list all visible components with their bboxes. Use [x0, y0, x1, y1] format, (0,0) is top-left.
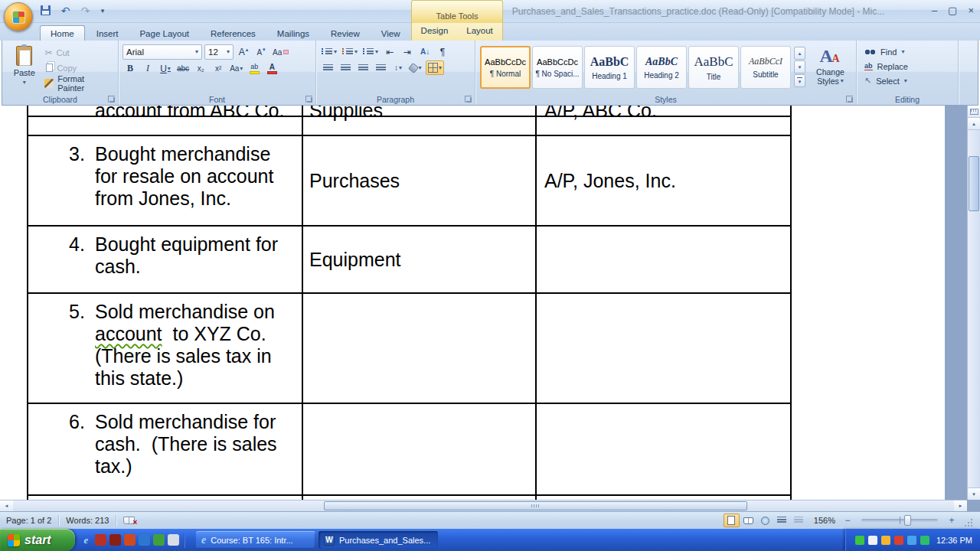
justify-button[interactable] [373, 60, 388, 75]
restore-button[interactable]: ▢ [948, 5, 957, 16]
tab-home[interactable]: Home [40, 25, 85, 41]
style-title[interactable]: AaBbC Title [688, 46, 739, 89]
zoom-slider-thumb[interactable] [904, 515, 911, 526]
description-cell[interactable]: 6. Sold merchandise for cash. (There is … [28, 404, 303, 494]
credit-cell[interactable]: A/P, ABC Co. [537, 106, 790, 135]
web-layout-view-button[interactable] [757, 514, 773, 527]
dialog-launcher-icon[interactable] [465, 96, 472, 103]
change-case-button[interactable]: Aa▾ [228, 61, 244, 76]
quick-launch-icon-6[interactable] [153, 534, 165, 546]
draft-view-button[interactable] [791, 514, 807, 527]
credit-cell[interactable]: A/P, Jones, Inc. [537, 136, 790, 225]
vertical-scroll-track[interactable] [968, 130, 980, 487]
italic-button[interactable]: I [140, 61, 155, 76]
proofing-status-button[interactable]: × [123, 517, 135, 524]
multilevel-list-button[interactable]: ▾ [361, 44, 380, 59]
credit-cell[interactable] [537, 227, 790, 292]
style-normal[interactable]: AaBbCcDc ¶ Normal [480, 46, 531, 89]
quick-launch-icon-7[interactable] [168, 534, 179, 546]
tab-view[interactable]: View [371, 26, 410, 41]
font-name-combo[interactable]: Arial ▾ [122, 44, 202, 60]
gallery-more-button[interactable]: ▾ [794, 74, 805, 87]
zoom-slider[interactable] [861, 519, 938, 522]
show-hide-pilcrow-button[interactable]: ¶ [435, 44, 450, 59]
dialog-launcher-icon[interactable] [108, 96, 115, 103]
align-left-button[interactable] [320, 60, 335, 75]
underline-button[interactable]: U▾ [158, 61, 173, 76]
shrink-font-button[interactable]: A▾ [253, 45, 269, 60]
page-indicator[interactable]: Page: 1 of 2 [6, 516, 51, 525]
shading-button[interactable]: ▾ [408, 60, 423, 75]
credit-cell[interactable] [537, 404, 790, 494]
decrease-indent-button[interactable]: ⇤ [382, 44, 397, 59]
undo-button[interactable]: ↶ [58, 3, 73, 18]
scroll-left-button[interactable]: ◂ [0, 500, 13, 511]
copy-button[interactable]: Copy [42, 61, 115, 74]
subscript-button[interactable]: x₂ [193, 61, 208, 76]
style-heading-2[interactable]: AaBbC Heading 2 [636, 46, 687, 89]
horizont al-scroll-thumb[interactable] [324, 501, 747, 510]
clear-formatting-button[interactable]: Aa [271, 45, 290, 60]
borders-button[interactable]: ▾ [426, 60, 444, 75]
align-right-button[interactable] [355, 60, 371, 75]
zoom-out-button[interactable]: − [842, 515, 853, 526]
superscript-button[interactable]: x² [211, 61, 226, 76]
style-subtitle[interactable]: AaBbCcI Subtitle [740, 46, 791, 89]
word-count[interactable]: Words: 213 [66, 516, 109, 525]
start-button[interactable]: start [0, 529, 75, 551]
replace-button[interactable]: ab Replace [861, 59, 955, 73]
tray-icon-3[interactable] [881, 536, 890, 545]
minimize-button[interactable]: – [932, 5, 937, 16]
quick-launch-icon-3[interactable] [109, 534, 121, 546]
account-cell[interactable] [303, 294, 537, 403]
sort-button[interactable]: A↓ [417, 44, 433, 59]
horizontal-scroll-track[interactable] [13, 500, 954, 511]
line-spacing-button[interactable]: ↕▾ [390, 60, 406, 75]
scroll-down-button[interactable]: ▾ [968, 487, 980, 500]
print-layout-view-button[interactable] [724, 514, 740, 527]
quick-launch-icon-5[interactable] [139, 534, 150, 546]
description-cell[interactable]: 4. Bought equipment for cash. [28, 227, 303, 292]
paste-button[interactable]: Paste ▾ [6, 43, 42, 93]
text-highlight-button[interactable]: ab [247, 61, 262, 76]
description-cell[interactable]: 3. Bought merchandise for resale on acco… [28, 136, 303, 225]
gallery-scroll-up-button[interactable]: ▴ [794, 47, 805, 60]
increase-indent-button[interactable]: ⇥ [400, 44, 415, 59]
tab-design[interactable]: Design [412, 23, 457, 41]
credit-cell[interactable] [537, 294, 790, 403]
tray-icon-6[interactable] [920, 536, 929, 545]
description-cell[interactable]: account from ABC Co. [28, 106, 303, 135]
quick-launch-icon-4[interactable] [124, 534, 136, 546]
tray-icon-4[interactable] [894, 536, 903, 545]
account-cell[interactable] [303, 404, 537, 494]
dialog-launcher-icon[interactable] [846, 96, 853, 103]
tray-icon-2[interactable] [868, 536, 877, 545]
cut-button[interactable]: ✂ Cut [42, 46, 115, 59]
gallery-scroll-down-button[interactable]: ▾ [794, 60, 805, 73]
change-styles-button[interactable]: A A Change Styles▾ [808, 43, 853, 86]
scroll-up-button[interactable]: ▴ [968, 118, 980, 130]
tab-review[interactable]: Review [321, 26, 370, 41]
tray-icon-1[interactable] [855, 536, 864, 545]
font-size-combo[interactable]: 12 ▾ [204, 44, 234, 60]
task-button-browser[interactable]: e Course: BT 165: Intr... [196, 531, 315, 549]
tray-icon-5[interactable] [907, 536, 916, 545]
task-button-word-document[interactable]: W Purchases_and_Sales... [318, 531, 438, 549]
view-ruler-button[interactable] [968, 106, 980, 118]
redo-button[interactable]: ↷ [78, 3, 93, 18]
description-cell[interactable]: 5. Sold merchandise on account to XYZ Co… [28, 294, 303, 403]
internet-explorer-icon[interactable]: e [80, 534, 92, 546]
dialog-launcher-icon[interactable] [305, 96, 312, 103]
account-cell[interactable]: Purchases [303, 136, 537, 225]
zoom-level[interactable]: 156% [814, 516, 835, 525]
select-button[interactable]: ↖ Select ▾ [861, 73, 955, 88]
format-painter-button[interactable]: Format Painter [42, 77, 115, 90]
bullets-button[interactable]: ▾ [320, 44, 338, 59]
find-button[interactable]: Find ▾ [861, 44, 955, 59]
tab-references[interactable]: References [201, 26, 266, 41]
document-page[interactable]: account from ABC Co. Supplies A/P, ABC C… [0, 106, 945, 511]
quick-launch-icon-2[interactable] [95, 534, 106, 546]
tab-page-layout[interactable]: Page Layout [129, 26, 199, 41]
tab-insert[interactable]: Insert [87, 26, 129, 41]
tab-mailings[interactable]: Mailings [267, 26, 319, 41]
